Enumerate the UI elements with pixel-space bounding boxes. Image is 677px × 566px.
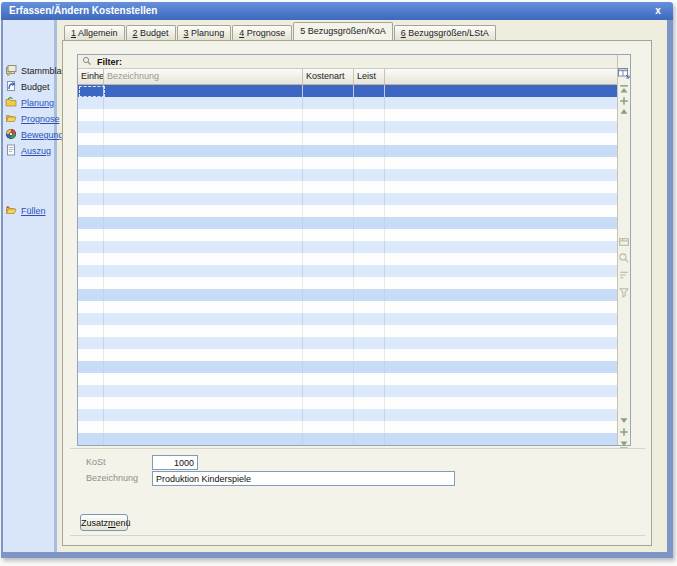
table-row[interactable] — [78, 181, 617, 193]
table-cell — [78, 385, 104, 397]
table-row[interactable] — [78, 241, 617, 253]
column-header-kostenart[interactable]: Kostenart — [303, 69, 354, 84]
table-row[interactable] — [78, 157, 617, 169]
table-cell — [78, 277, 104, 289]
tab-1[interactable]: 1 Allgemein — [64, 25, 125, 40]
table-cell — [354, 157, 385, 169]
table-row[interactable] — [78, 205, 617, 217]
column-header-bezeichnung[interactable]: Bezeichnung — [104, 69, 303, 84]
table-cell — [104, 181, 303, 193]
zoom-icon[interactable] — [618, 252, 630, 264]
table-cell — [303, 241, 354, 253]
table-row[interactable] — [78, 193, 617, 205]
sidebar-item-bewegung[interactable]: Bewegung — [5, 128, 64, 142]
budget-arrow-icon — [5, 80, 17, 94]
table-row[interactable] — [78, 217, 617, 229]
table-cell — [104, 301, 303, 313]
table-cell — [104, 337, 303, 349]
tab-3[interactable]: 3 Planung — [177, 25, 232, 40]
tab-4[interactable]: 4 Prognose — [232, 25, 292, 40]
table-cell — [303, 193, 354, 205]
grid-side-toolbar — [617, 55, 630, 445]
table-cell — [78, 217, 104, 229]
table-cell — [354, 313, 385, 325]
table-row[interactable] — [78, 289, 617, 301]
table-row[interactable] — [78, 337, 617, 349]
table-cell — [78, 145, 104, 157]
table-cell — [78, 337, 104, 349]
table-row[interactable] — [78, 265, 617, 277]
table-row[interactable] — [78, 109, 617, 121]
column-header-einheit[interactable]: Einheit — [78, 69, 104, 84]
close-icon[interactable]: x — [652, 2, 664, 20]
table-row[interactable] — [78, 373, 617, 385]
table-row[interactable] — [78, 145, 617, 157]
table-cell — [354, 253, 385, 265]
sort-icon[interactable] — [618, 269, 630, 281]
table-row[interactable] — [78, 133, 617, 145]
table-row[interactable] — [78, 421, 617, 433]
kost-field[interactable] — [152, 455, 198, 470]
table-row[interactable] — [78, 349, 617, 361]
filter-funnel-icon[interactable] — [618, 286, 630, 298]
sidebar-item-label: Füllen — [21, 206, 46, 216]
sidebar-item-prognose[interactable]: Prognose — [5, 112, 60, 126]
scroll-up-icon[interactable] — [618, 106, 630, 118]
tab-5[interactable]: 5 Bezugsgrößen/KoA — [293, 22, 393, 40]
table-row[interactable] — [78, 121, 617, 133]
table-cell — [303, 253, 354, 265]
sidebar-item-auszug[interactable]: Auszug — [5, 144, 51, 158]
table-row[interactable] — [78, 301, 617, 313]
table-row[interactable] — [78, 229, 617, 241]
table-row[interactable] — [78, 397, 617, 409]
table-cell — [104, 145, 303, 157]
bezeichnung-field[interactable] — [152, 471, 455, 486]
column-header[interactable] — [385, 69, 617, 84]
table-row-selected[interactable] — [78, 85, 617, 97]
tab-6[interactable]: 6 Bezugsgrößen/LStA — [394, 25, 496, 40]
table-cell — [354, 181, 385, 193]
table-cell — [354, 133, 385, 145]
table-cell — [303, 409, 354, 421]
zusatzmenu-button[interactable]: Zusatzmenü — [80, 514, 128, 531]
table-body — [78, 85, 617, 445]
table-cell — [104, 325, 303, 337]
window-border-bottom — [1, 552, 673, 558]
table-cell — [104, 409, 303, 421]
table-cell — [303, 133, 354, 145]
table-cell — [354, 361, 385, 373]
window-titlebar[interactable]: Erfassen/Ändern Kostenstellen x — [1, 2, 673, 20]
sidebar-item-stammblatt[interactable]: Stammblatt — [5, 64, 67, 78]
table-row[interactable] — [78, 313, 617, 325]
table-cell — [104, 265, 303, 277]
table-row[interactable] — [78, 253, 617, 265]
tab-2[interactable]: 2 Budget — [126, 25, 176, 40]
table-row[interactable] — [78, 385, 617, 397]
table-cell — [78, 325, 104, 337]
scroll-down-icon[interactable] — [618, 414, 630, 426]
scroll-down-fast-icon[interactable] — [618, 426, 630, 438]
table-row[interactable] — [78, 409, 617, 421]
table-row[interactable] — [78, 277, 617, 289]
table-cell — [303, 397, 354, 409]
sidebar-item-label: Budget — [21, 82, 50, 92]
table-row[interactable] — [78, 169, 617, 181]
table-cell — [354, 433, 385, 445]
sidebar-item-budget[interactable]: Budget — [5, 80, 50, 94]
column-header-leist[interactable]: Leist — [354, 69, 385, 84]
sidebar-item-planung[interactable]: Planung — [5, 96, 54, 110]
filter-bar[interactable]: Filter: — [78, 55, 630, 69]
table-row[interactable] — [78, 361, 617, 373]
table-cell — [104, 277, 303, 289]
table-row[interactable] — [78, 433, 617, 445]
table-cell — [303, 97, 354, 109]
table-row[interactable] — [78, 325, 617, 337]
screen: Erfassen/Ändern Kostenstellen x Stammbla… — [0, 0, 677, 566]
column-picker-icon[interactable] — [618, 67, 630, 79]
card-index-icon[interactable] — [618, 236, 630, 248]
table-cell — [354, 193, 385, 205]
table-cell — [354, 97, 385, 109]
table-row[interactable] — [78, 97, 617, 109]
table-cell — [78, 253, 104, 265]
sidebar-item-fllen[interactable]: Füllen — [5, 204, 46, 218]
